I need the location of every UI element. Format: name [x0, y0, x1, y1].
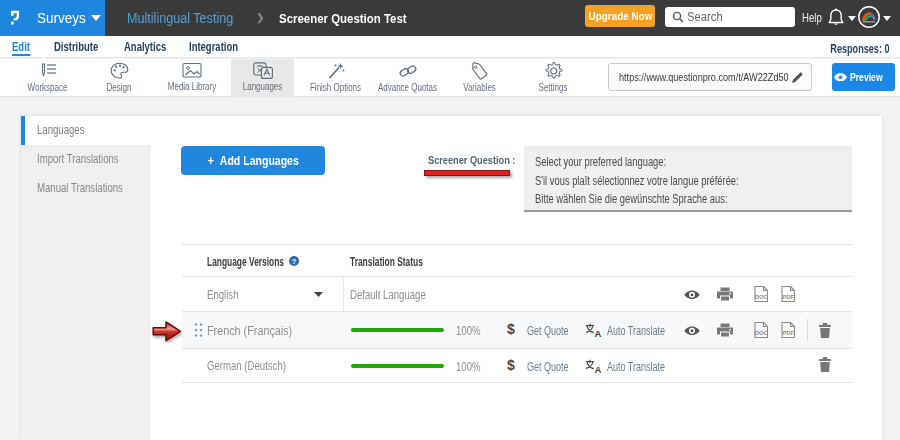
svg-text:?: ?	[292, 257, 297, 266]
